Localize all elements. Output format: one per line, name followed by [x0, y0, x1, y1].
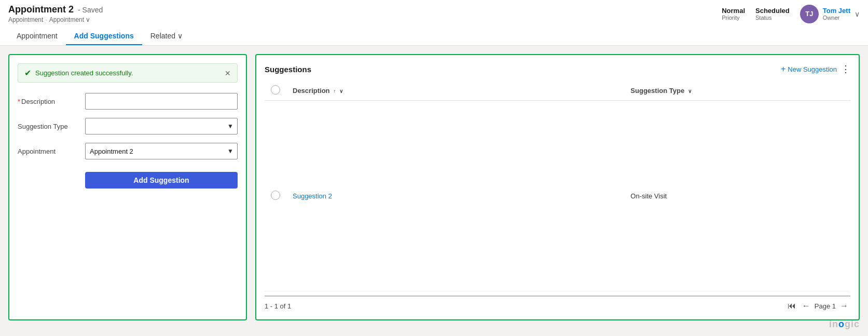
- prev-page-button[interactable]: ←: [800, 301, 812, 311]
- next-page-button[interactable]: →: [838, 301, 850, 311]
- description-chevron-icon: ∨: [339, 88, 343, 94]
- success-text: Suggestion created successfully.: [35, 69, 133, 77]
- suggestions-table: Description ↑ ∨ Suggestion Type ∨ Sugges…: [265, 81, 850, 291]
- success-icon: ✔: [24, 68, 31, 78]
- col-header-check: [265, 81, 286, 101]
- required-star: *: [18, 98, 20, 105]
- header-title-row: Appointment 2 - Saved: [8, 4, 103, 15]
- main-content: ✔ Suggestion created successfully. ✕ * D…: [0, 46, 868, 329]
- left-panel: ✔ Suggestion created successfully. ✕ * D…: [8, 54, 247, 320]
- tab-related[interactable]: Related ∨: [142, 28, 191, 45]
- header-right: Normal Priority Scheduled Status TJ Tom …: [722, 5, 860, 23]
- tab-related-label: Related: [150, 32, 175, 40]
- breadcrumb-appointment1[interactable]: Appointment: [8, 16, 43, 23]
- suggestion-link[interactable]: Suggestion 2: [293, 192, 332, 200]
- owner-area: TJ Tom Jett Owner ∨: [800, 5, 860, 23]
- appointment-select-wrapper: Appointment 2 ▼: [85, 143, 238, 159]
- page-info: 1 - 1 of 1: [265, 302, 291, 310]
- description-input[interactable]: [85, 93, 238, 110]
- table-footer: 1 - 1 of 1 ⏮ ← Page 1 →: [265, 295, 850, 311]
- sort-icon: ↑: [333, 88, 336, 94]
- description-row: * Description: [18, 93, 238, 110]
- suggestion-type-label: Suggestion Type: [18, 123, 85, 130]
- description-label: * Description: [18, 98, 85, 105]
- suggestions-header: Suggestions + New Suggestion ⋮: [265, 63, 850, 75]
- appointment-label: Appointment: [18, 147, 85, 155]
- priority-value: Normal: [722, 7, 745, 15]
- priority-label: Priority: [722, 15, 739, 21]
- status-meta: Scheduled Status: [755, 7, 790, 21]
- header: Appointment 2 - Saved Appointment · Appo…: [0, 0, 868, 46]
- success-banner-left: ✔ Suggestion created successfully.: [24, 68, 133, 78]
- add-suggestion-button[interactable]: Add Suggestion: [85, 172, 238, 189]
- owner-name[interactable]: Tom Jett: [823, 7, 850, 15]
- row-type-cell: On-site Visit: [624, 101, 850, 291]
- col-header-suggestion-type[interactable]: Suggestion Type ∨: [624, 81, 850, 101]
- row-radio[interactable]: [271, 191, 280, 200]
- owner-label: Owner: [823, 15, 850, 21]
- saved-indicator: - Saved: [78, 6, 103, 14]
- breadcrumb-separator: ·: [45, 16, 47, 23]
- header-top: Appointment 2 - Saved Appointment · Appo…: [8, 4, 860, 26]
- col-header-description[interactable]: Description ↑ ∨: [286, 81, 624, 101]
- suggestion-type-header-chevron-icon: ∨: [688, 88, 692, 94]
- plus-icon: +: [781, 64, 786, 74]
- priority-meta: Normal Priority: [722, 7, 745, 21]
- close-success-button[interactable]: ✕: [225, 70, 231, 77]
- expand-icon[interactable]: ∨: [855, 10, 860, 18]
- owner-info: Tom Jett Owner: [823, 7, 850, 21]
- tab-bar: Appointment Add Suggestions Related ∨: [8, 28, 860, 45]
- more-options-button[interactable]: ⋮: [841, 63, 850, 75]
- header-radio[interactable]: [271, 85, 280, 95]
- tab-add-suggestions[interactable]: Add Suggestions: [66, 28, 142, 45]
- suggestions-actions: + New Suggestion ⋮: [781, 63, 850, 75]
- status-value: Scheduled: [755, 7, 790, 15]
- appointment-select[interactable]: Appointment 2: [85, 143, 238, 159]
- header-title-area: Appointment 2 - Saved Appointment · Appo…: [8, 4, 103, 23]
- suggestions-title: Suggestions: [265, 65, 311, 74]
- row-description-cell: Suggestion 2: [286, 101, 624, 291]
- breadcrumb-appointment2[interactable]: Appointment ∨: [49, 16, 90, 23]
- tab-related-chevron-icon: ∨: [177, 32, 183, 40]
- page-label: Page 1: [815, 302, 836, 310]
- record-title: Appointment 2: [8, 4, 74, 15]
- breadcrumb: Appointment · Appointment ∨: [8, 16, 103, 23]
- new-suggestion-button[interactable]: + New Suggestion: [781, 64, 837, 74]
- row-check-cell: [265, 101, 286, 291]
- suggestion-type-select[interactable]: On-site Visit Remote: [85, 118, 238, 135]
- status-label: Status: [755, 15, 771, 21]
- suggestion-type-row: Suggestion Type On-site Visit Remote ▼: [18, 118, 238, 135]
- tab-appointment[interactable]: Appointment: [8, 28, 66, 45]
- table-row: Suggestion 2 On-site Visit: [265, 101, 850, 291]
- first-page-button[interactable]: ⏮: [786, 301, 798, 311]
- success-banner: ✔ Suggestion created successfully. ✕: [18, 63, 238, 83]
- avatar: TJ: [800, 5, 819, 23]
- right-panel: Suggestions + New Suggestion ⋮ Descripti…: [255, 54, 860, 320]
- appointment-row: Appointment Appointment 2 ▼: [18, 143, 238, 159]
- breadcrumb-chevron-icon: ∨: [86, 16, 90, 23]
- pagination: ⏮ ← Page 1 →: [786, 301, 850, 311]
- suggestion-type-select-wrapper: On-site Visit Remote ▼: [85, 118, 238, 135]
